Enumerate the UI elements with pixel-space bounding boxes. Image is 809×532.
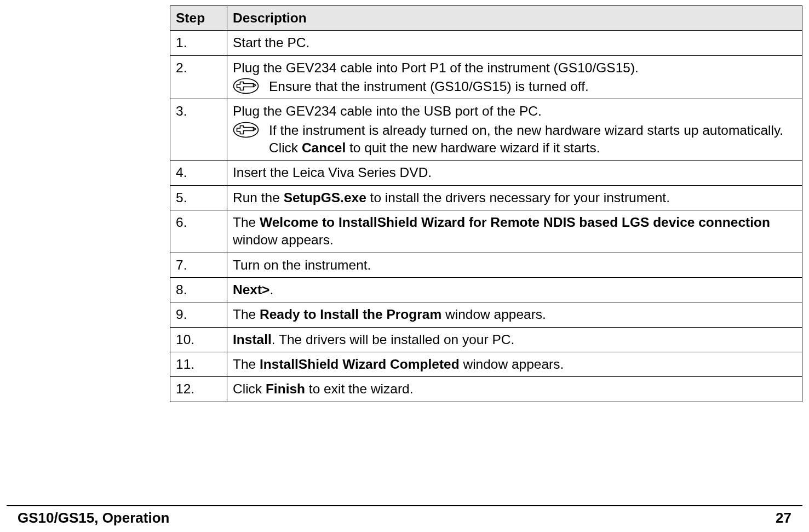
step-number: 12.	[170, 377, 227, 402]
step-number: 9.	[170, 302, 227, 327]
step-desc: Start the PC.	[227, 31, 802, 55]
text-part: window appears.	[233, 232, 334, 247]
text-bold: Ready to Install the Program	[260, 307, 441, 322]
table-row: 1. Start the PC.	[170, 31, 802, 55]
step-number: 7.	[170, 253, 227, 277]
text-part: Run the	[233, 190, 284, 205]
note-bold: Cancel	[302, 140, 346, 155]
step-number: 5.	[170, 185, 227, 210]
table-row: 6. The Welcome to InstallShield Wizard f…	[170, 210, 802, 253]
note-text: If the instrument is already turned on, …	[269, 122, 796, 157]
header-desc: Description	[227, 6, 802, 31]
step-number: 4.	[170, 161, 227, 185]
step-number: 3.	[170, 99, 227, 161]
text-part: .	[269, 282, 273, 297]
step-desc: Turn on the instrument.	[227, 253, 802, 277]
table-row: 8. Next>.	[170, 277, 802, 302]
table-row: 4. Insert the Leica Viva Series DVD.	[170, 161, 802, 185]
text-part: . The drivers will be installed on your …	[272, 332, 514, 347]
table-row: 12. Click Finish to exit the wizard.	[170, 377, 802, 402]
pointing-hand-icon	[233, 78, 259, 94]
text-bold: Install	[233, 332, 272, 347]
text-bold: Next>	[233, 282, 269, 297]
text-bold: SetupGS.exe	[284, 190, 366, 205]
text-bold: InstallShield Wizard Completed	[260, 357, 460, 371]
note-part: to quit the new hardware wizard if it st…	[346, 140, 600, 155]
step-desc: Plug the GEV234 cable into the USB port …	[227, 99, 802, 161]
text-part: window appears.	[441, 307, 546, 322]
step-desc: Run the SetupGS.exe to install the drive…	[227, 185, 802, 210]
table-row: 11. The InstallShield Wizard Completed w…	[170, 352, 802, 376]
step-desc: The Welcome to InstallShield Wizard for …	[227, 210, 802, 253]
text-part: to install the drivers necessary for you…	[366, 190, 670, 205]
step-desc: Plug the GEV234 cable into Port P1 of th…	[227, 55, 802, 99]
table-row: 2. Plug the GEV234 cable into Port P1 of…	[170, 55, 802, 99]
step-desc: Next>.	[227, 277, 802, 302]
step-number: 11.	[170, 352, 227, 376]
note: Ensure that the instrument (GS10/GS15) i…	[233, 78, 796, 95]
text-part: window appears.	[460, 357, 564, 371]
step-number: 2.	[170, 55, 227, 99]
header-step: Step	[170, 6, 227, 31]
step-number: 1.	[170, 31, 227, 55]
step-number: 6.	[170, 210, 227, 253]
table-row: 9. The Ready to Install the Program wind…	[170, 302, 802, 327]
step-desc: Click Finish to exit the wizard.	[227, 377, 802, 402]
text-bold: Finish	[266, 381, 305, 396]
table-row: 3. Plug the GEV234 cable into the USB po…	[170, 99, 802, 161]
table-row: 10. Install. The drivers will be install…	[170, 327, 802, 352]
text-part: to exit the wizard.	[305, 381, 413, 396]
note: If the instrument is already turned on, …	[233, 122, 796, 157]
step-desc: Install. The drivers will be installed o…	[227, 327, 802, 352]
table-header-row: Step Description	[170, 6, 802, 31]
steps-table: Step Description 1. Start the PC. 2. Plu…	[170, 5, 802, 402]
step-desc: Insert the Leica Viva Series DVD.	[227, 161, 802, 185]
document-page: Step Description 1. Start the PC. 2. Plu…	[0, 0, 809, 532]
step-line: Plug the GEV234 cable into Port P1 of th…	[233, 59, 796, 77]
table-row: 5. Run the SetupGS.exe to install the dr…	[170, 185, 802, 210]
table-row: 7. Turn on the instrument.	[170, 253, 802, 277]
step-number: 10.	[170, 327, 227, 352]
page-footer: GS10/GS15, Operation 27	[7, 505, 802, 527]
steps-table-container: Step Description 1. Start the PC. 2. Plu…	[170, 5, 802, 402]
pointing-hand-icon	[233, 122, 259, 138]
footer-left: GS10/GS15, Operation	[18, 510, 169, 527]
text-part: The	[233, 307, 260, 322]
step-number: 8.	[170, 277, 227, 302]
step-line: Plug the GEV234 cable into the USB port …	[233, 102, 796, 120]
footer-page-number: 27	[776, 510, 791, 527]
text-part: Click	[233, 381, 266, 396]
text-bold: Welcome to InstallShield Wizard for Remo…	[260, 215, 770, 230]
step-desc: The InstallShield Wizard Completed windo…	[227, 352, 802, 376]
step-desc: The Ready to Install the Program window …	[227, 302, 802, 327]
note-text: Ensure that the instrument (GS10/GS15) i…	[269, 78, 796, 95]
text-part: The	[233, 215, 260, 230]
text-part: The	[233, 357, 260, 371]
